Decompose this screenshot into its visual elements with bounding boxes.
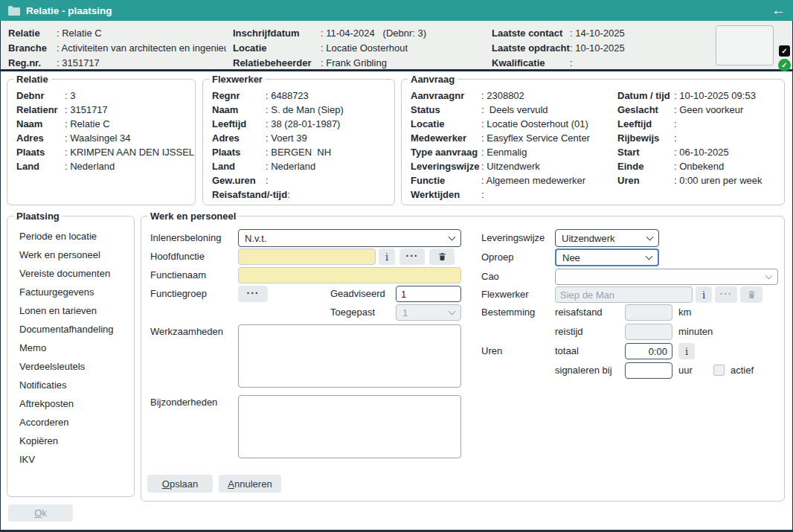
sidebar-item-vereiste-documenten[interactable]: Vereiste documenten (19, 264, 134, 283)
field-label: Plaats (212, 145, 266, 159)
werk-en-personeel-panel: Werk en personeel Inlenersbeloning N.v.t… (141, 216, 785, 501)
geadviseerd-input[interactable] (396, 286, 461, 302)
sidebar-item-periode-en-locatie[interactable]: Periode en locatie (19, 227, 134, 246)
field-value: : 2308802 (481, 89, 524, 103)
field-value: : Voert 39 (266, 131, 307, 145)
field-value: : Algemeen medewerker (481, 173, 585, 188)
totaal-info-button[interactable]: i (678, 343, 695, 359)
functienaam-input[interactable] (238, 267, 461, 283)
field-value: : (674, 117, 677, 131)
field-value: : (570, 57, 573, 68)
functiegroep-browse-button[interactable]: ··· (238, 286, 268, 302)
sidebar-item-accorderen[interactable]: Accorderen (19, 413, 134, 432)
panel-legend: Relatie (13, 74, 51, 85)
chevron-down-icon (449, 233, 456, 240)
totaal-label: totaal (555, 343, 579, 359)
ok-button[interactable]: Ok (8, 504, 73, 522)
field-value: : 3 (65, 89, 75, 103)
hoofdfunctie-delete-button[interactable] (429, 249, 455, 265)
info-icon: i (685, 346, 688, 357)
field-value: : Activiteiten van architecten en ingeni… (57, 42, 226, 54)
flexwerker-info-button[interactable]: i (696, 286, 712, 303)
toegepast-label: Toegepast (330, 304, 375, 321)
field-value: : Relatie C (65, 117, 110, 131)
field-label: Werktijden (411, 188, 481, 202)
panel-legend: Werk en personeel (147, 211, 239, 222)
reisafstand-input (625, 304, 672, 321)
cao-select[interactable] (555, 269, 778, 285)
werkzaamheden-textarea[interactable] (238, 324, 461, 388)
sidebar-item-documentafhandeling[interactable]: Documentafhandeling (19, 320, 134, 339)
info-column-contact: Laatste contact: 14-10-2025 Laatste opdr… (492, 25, 625, 70)
field-label: Uren (617, 173, 674, 188)
signaleren-bij-input[interactable] (625, 362, 672, 379)
field-label: Datum / tijd (617, 89, 674, 103)
field-value: : 11-04-2024 (Debnr: 3) (321, 28, 426, 39)
back-arrow-button[interactable]: ← (771, 0, 786, 21)
relatie-panel: Relatie Debnr: 3 Relatienr: 3151717 Naam… (7, 79, 196, 205)
panel-legend: Aanvraag (408, 74, 458, 85)
field-value: : (481, 188, 484, 202)
opslaan-button[interactable]: Opslaan (147, 475, 213, 493)
field-label: Leveringswijze (411, 159, 481, 173)
sidebar-item-ikv[interactable]: IKV (19, 450, 134, 469)
aanvraag-right-column: Datum / tijd: 10-10-2025 09:53 Geslacht:… (617, 89, 762, 188)
signaleren-unit: uur (678, 362, 693, 379)
oproep-select[interactable]: Nee (555, 249, 659, 266)
field-value: : Easyflex Service Center (481, 131, 590, 145)
field-value: : Onbekend (674, 159, 724, 173)
sidebar-item-werk-en-personeel[interactable]: Werk en personeel (19, 246, 134, 264)
field-value: : 10-10-2025 (570, 42, 625, 54)
sidebar-item-memo[interactable]: Memo (19, 339, 134, 357)
field-value: : Waalsingel 34 (65, 131, 130, 145)
field-value: : 3151717 (65, 103, 108, 117)
totaal-input[interactable] (625, 343, 672, 359)
field-value: : Geen voorkeur (674, 103, 743, 117)
hoofdfunctie-browse-button[interactable]: ··· (399, 249, 425, 265)
field-value: : 38 (28-01-1987) (266, 117, 340, 131)
leveringswijze-value: Uitzendwerk (562, 233, 615, 244)
field-label: Kwalificatie (492, 57, 570, 68)
field-label: Status (411, 103, 481, 117)
field-label: Relatienr (16, 103, 65, 117)
leveringswijze-select[interactable]: Uitzendwerk (555, 229, 659, 247)
field-value: : S. de Man (Siep) (266, 103, 344, 117)
folder-icon (7, 5, 20, 16)
sidebar-item-kopieren[interactable]: Kopiëren (19, 432, 134, 450)
sidebar-item-factuurgegevens[interactable]: Factuurgegevens (19, 283, 134, 301)
hoofdfunctie-input[interactable] (238, 249, 376, 265)
sidebar-item-notificaties[interactable]: Notificaties (19, 376, 134, 394)
field-label: Laatste opdracht (492, 42, 570, 54)
uren-label: Uren (481, 343, 502, 359)
reistijd-input (625, 324, 672, 340)
chevron-down-icon (646, 252, 653, 260)
annuleren-label: Annuleren (228, 478, 272, 490)
reisafstand-unit: km (678, 304, 691, 321)
sidebar-item-verdeelsleutels[interactable]: Verdeelsleutels (19, 357, 134, 376)
field-label: Naam (16, 117, 65, 131)
app-window: Relatie - plaatsing ← Relatie: Relatie C… (0, 0, 793, 532)
actief-checkbox[interactable] (713, 365, 725, 376)
field-value: : Deels vervuld (481, 103, 548, 117)
trash-icon (437, 251, 447, 262)
field-label: Leeftijd (617, 117, 674, 131)
hoofdfunctie-info-button[interactable]: i (379, 249, 395, 265)
field-value: : Locatie Oosterhout (321, 42, 408, 54)
ellipsis-icon: ··· (406, 250, 419, 262)
field-label: Laatste contact (492, 28, 570, 39)
sidebar-item-lonen-en-tarieven[interactable]: Lonen en tarieven (19, 301, 134, 320)
reistijd-unit: minuten (678, 324, 713, 340)
inlenersbeloning-value: N.v.t. (245, 233, 266, 244)
functiegroep-label: Functiegroep (150, 286, 207, 302)
annuleren-button[interactable]: Annuleren (219, 475, 281, 493)
info-icon: i (385, 251, 388, 263)
field-label: Reisafstand/-tijd (212, 188, 287, 202)
chevron-down-icon (765, 272, 773, 279)
sidebar-item-aftrekposten[interactable]: Aftrekposten (19, 394, 134, 413)
toegepast-select: 1 (396, 304, 461, 321)
flexwerker-label: Flexwerker (481, 286, 529, 303)
checkbox-checked-icon: ✓ (779, 45, 790, 57)
inlenersbeloning-select[interactable]: N.v.t. (238, 229, 461, 247)
field-value: : Uitzendwerk (481, 159, 540, 173)
bijzonderheden-textarea[interactable] (238, 395, 461, 458)
